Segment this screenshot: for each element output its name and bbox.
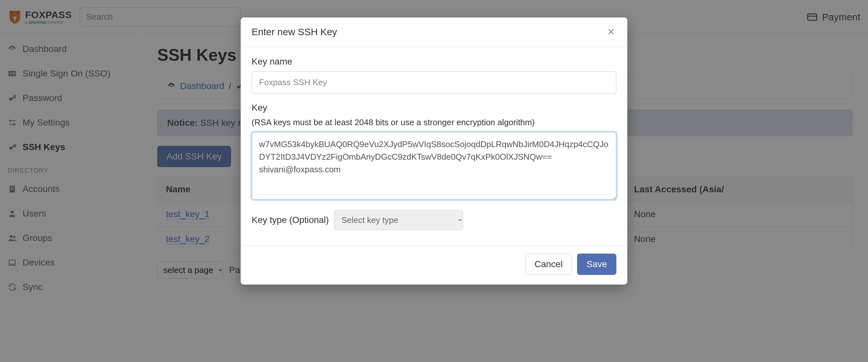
ssh-key-modal: Enter new SSH Key × Key name Key (RSA ke… (241, 18, 627, 284)
keyname-input[interactable] (252, 71, 616, 93)
save-button[interactable]: Save (577, 254, 616, 275)
close-icon[interactable]: × (606, 26, 616, 38)
keytype-label: Key type (Optional) (252, 215, 329, 225)
key-label: Key (252, 103, 616, 113)
key-textarea[interactable] (252, 132, 616, 200)
key-sublabel: (RSA keys must be at least 2048 bits or … (252, 117, 616, 128)
keytype-select[interactable]: Select key type (334, 210, 463, 230)
keyname-label: Key name (252, 56, 616, 67)
modal-title: Enter new SSH Key (252, 26, 337, 37)
cancel-button[interactable]: Cancel (525, 254, 572, 275)
